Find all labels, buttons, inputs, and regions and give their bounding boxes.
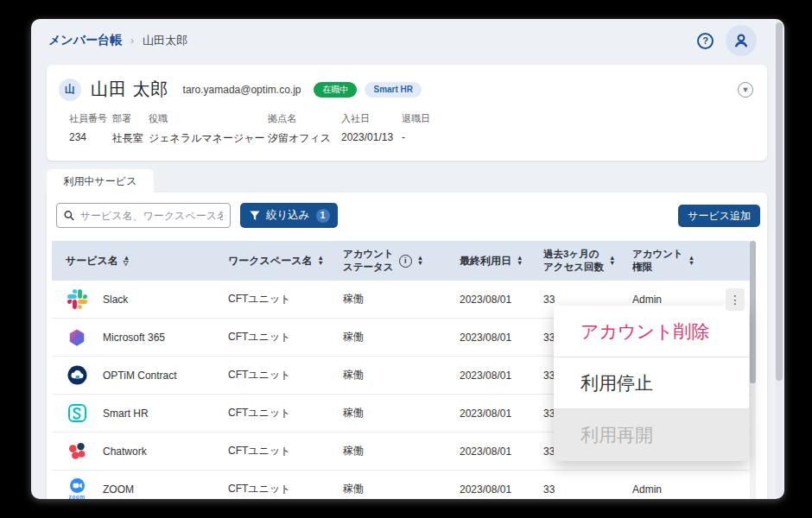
field-employee-number: 社員番号 234 xyxy=(69,112,112,146)
filter-count-badge: 1 xyxy=(316,209,330,223)
member-avatar: 山 xyxy=(59,79,81,101)
user-avatar-icon[interactable] xyxy=(726,25,757,56)
menu-item-suspend[interactable]: 利用停止 xyxy=(554,357,749,409)
table-row-zoom[interactable]: zoom ZOOM CFTユニット 稼働 2023/08/01 33 Admin xyxy=(52,471,750,499)
member-profile-card: 山 山田 太郎 taro.yamada@optim.co.jp 在職中 Smar… xyxy=(47,65,767,161)
filter-button[interactable]: 絞り込み 1 xyxy=(240,203,338,228)
member-name: 山田 太郎 xyxy=(91,78,169,101)
field-leave-date: 退職日 - xyxy=(402,112,430,146)
menu-item-resume: 利用再開 xyxy=(554,409,749,461)
menu-item-delete-account[interactable]: アカウント削除 xyxy=(554,306,749,357)
col-account-status[interactable]: アカウント ステータス i ▲▼ xyxy=(343,248,460,274)
sort-icon[interactable]: ▲▼ xyxy=(417,256,423,266)
window-scrollbar[interactable] xyxy=(776,21,783,497)
kebab-menu-icon[interactable]: ⋮ xyxy=(726,288,745,311)
smarthr-icon xyxy=(66,404,88,422)
microsoft365-icon xyxy=(66,328,88,347)
chevron-down-icon: ▼ xyxy=(742,85,750,94)
help-icon[interactable]: ? xyxy=(697,33,714,49)
app-window: メンバー台帳 › 山田太郎 ? 山 山田 太郎 taro.yamada@opti… xyxy=(31,19,784,499)
tab-active-services[interactable]: 利用中サービス xyxy=(47,169,154,193)
collapse-profile-button[interactable]: ▼ xyxy=(738,82,753,98)
breadcrumb-separator-icon: › xyxy=(130,35,134,47)
filter-funnel-icon xyxy=(250,211,260,221)
sort-icon[interactable]: ▲▼ xyxy=(688,256,695,266)
person-icon xyxy=(733,32,750,49)
breadcrumb-root[interactable]: メンバー台帳 xyxy=(48,33,122,48)
window-scrollbar-thumb[interactable] xyxy=(776,22,783,381)
breadcrumb-current: 山田太郎 xyxy=(143,33,187,48)
col-service-name[interactable]: サービス名 ▲▽ xyxy=(66,254,228,268)
table-scrollbar[interactable] xyxy=(750,241,756,499)
sort-icon[interactable]: ▲▼ xyxy=(317,256,323,266)
service-search-field[interactable] xyxy=(56,203,231,228)
search-input[interactable] xyxy=(80,210,223,222)
field-title: 役職 ジェネラルマネージャー xyxy=(149,112,268,146)
add-service-button[interactable]: サービス追加 xyxy=(678,205,760,227)
sort-icon[interactable]: ▲▼ xyxy=(517,256,523,266)
col-workspace[interactable]: ワークスペース名 ▲▼ xyxy=(228,254,343,268)
status-badge: 在職中 xyxy=(314,82,357,98)
field-office: 拠点名 汐留オフィス xyxy=(268,112,341,146)
table-header-row: サービス名 ▲▽ ワークスペース名 ▲▼ アカウント ステータス i ▲▼ 最終… xyxy=(52,241,750,281)
table-scrollbar-thumb[interactable] xyxy=(750,241,756,383)
member-email: taro.yamada@optim.co.jp xyxy=(183,84,301,96)
slack-icon xyxy=(66,289,88,309)
optim-contract-icon xyxy=(66,365,88,385)
row-context-menu: アカウント削除 利用停止 利用再開 xyxy=(554,306,749,461)
zoom-icon: zoom xyxy=(66,478,88,499)
col-last-used[interactable]: 最終利用日 ▲▼ xyxy=(460,254,543,268)
field-department: 部署 社長室 xyxy=(112,112,149,146)
field-join-date: 入社日 2023/01/13 xyxy=(341,112,402,146)
search-icon xyxy=(64,210,74,221)
col-account-role[interactable]: アカウント 権限 ▲▼ xyxy=(632,248,707,274)
chatwork-icon xyxy=(66,441,88,461)
top-bar: メンバー台帳 › 山田太郎 ? xyxy=(31,19,772,62)
sort-icon[interactable]: ▲▼ xyxy=(609,256,615,266)
info-icon[interactable]: i xyxy=(399,255,412,268)
col-access-count[interactable]: 過去3ヶ月の アクセス回数 ▲▼ xyxy=(543,248,632,274)
sort-icon[interactable]: ▲▽ xyxy=(124,256,130,266)
source-badge: Smart HR xyxy=(365,82,422,98)
